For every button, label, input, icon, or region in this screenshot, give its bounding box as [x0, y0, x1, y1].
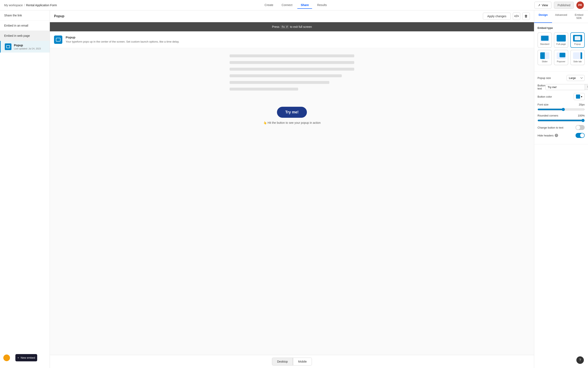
button-color-label: Button color — [538, 95, 552, 98]
hide-headers-help-icon[interactable]: ? — [555, 134, 558, 137]
device-toggle: Desktop Mobile — [50, 355, 534, 368]
apply-changes-button[interactable]: Apply changes — [483, 13, 511, 20]
tab-create[interactable]: Create — [261, 2, 277, 9]
embed-option-popup[interactable]: Popup — [570, 32, 585, 48]
font-size-section: Font size 20px — [538, 103, 585, 111]
code-button[interactable]: </> — [513, 12, 520, 20]
desktop-button[interactable]: Desktop — [272, 358, 293, 366]
breadcrumb: My workspace / Rental Application Form — [4, 4, 57, 7]
right-panel: Design Advanced Embed SDK Embed type Sta… — [534, 10, 588, 368]
sidebar: Share the link Embed in an email Embed i… — [0, 10, 50, 368]
embed-type-title: Popup — [66, 36, 179, 39]
popup-size-label: Popup size — [538, 76, 551, 80]
embed-option-slider[interactable]: Slider — [538, 50, 552, 65]
popup-subtitle: Last updated: Jul 24, 2023 — [14, 47, 46, 50]
panel-tabs: Design Advanced Embed SDK — [534, 10, 588, 23]
embed-type-section-title: Embed type — [538, 26, 585, 29]
nav-right: ↗ View Published PR — [534, 1, 584, 9]
controls-section: Popup size Large Medium Small Button tex… — [534, 72, 588, 144]
button-text-input[interactable] — [545, 84, 585, 90]
tab-results[interactable]: Results — [314, 2, 330, 9]
question-icon: ? — [579, 358, 581, 362]
popup-size-row: Popup size Large Medium Small — [538, 75, 585, 81]
new-embed-button[interactable]: + New embed — [15, 354, 37, 361]
form-name[interactable]: Rental Application Form — [26, 4, 57, 7]
tab-connect[interactable]: Connect — [278, 2, 296, 9]
breadcrumb-separator: / — [24, 4, 25, 7]
delete-button[interactable]: 🗑 — [522, 12, 530, 20]
new-embed-label: New embed — [21, 356, 35, 359]
hide-headers-toggle[interactable] — [576, 133, 585, 138]
banner-text-after: to exit full screen — [290, 25, 312, 28]
code-icon: </> — [514, 14, 519, 18]
plus-icon: + — [18, 356, 19, 359]
change-button-row: Change button to text — [538, 125, 585, 130]
button-text-label: Button text — [538, 84, 545, 90]
view-button[interactable]: ↗ View — [534, 2, 551, 9]
workspace-link[interactable]: My workspace — [4, 4, 23, 7]
published-button[interactable]: Published — [554, 2, 574, 9]
chevron-down-icon: ▾ — [581, 95, 582, 98]
font-size-slider[interactable] — [538, 108, 585, 111]
preview-line-5 — [230, 81, 329, 84]
change-button-label: Change button to text — [538, 126, 563, 129]
preview-hint: 👆 Hit the button to see your popup in ac… — [263, 121, 321, 124]
toolbar-title: Popup — [54, 14, 65, 18]
embed-type-header: Popup Your typeform pops up in the cente… — [50, 31, 534, 48]
embed-content: Press fn F to exit full screen Popup You… — [50, 22, 534, 368]
yellow-circle — [3, 355, 10, 361]
preview-line-4 — [230, 74, 342, 77]
embed-option-popover[interactable]: Popover — [554, 50, 568, 65]
sidebar-item-embed-email[interactable]: Embed in an email — [0, 20, 50, 31]
mobile-button[interactable]: Mobile — [293, 358, 312, 366]
toggle-knob — [576, 125, 580, 129]
change-button-toggle[interactable] — [576, 125, 585, 130]
button-color-picker[interactable]: ▾ — [574, 93, 585, 100]
keyboard-shortcut: fn F — [280, 25, 289, 29]
color-swatch — [576, 94, 580, 99]
sidebar-item-embed-web[interactable]: Embed in web page — [0, 31, 50, 41]
embed-option-popup-label: Popup — [574, 43, 581, 45]
button-color-row: Button color ▾ — [538, 93, 585, 100]
embed-type-preview-icon — [54, 36, 62, 44]
rounded-corners-section: Rounded corners 100% — [538, 114, 585, 122]
banner-text-before: Press — [272, 25, 280, 28]
embed-toolbar: Popup Apply changes </> 🗑 — [50, 10, 534, 22]
view-label: View — [542, 4, 548, 7]
top-nav: My workspace / Rental Application Form C… — [0, 0, 588, 10]
embed-option-fullpage-label: Full-page — [556, 43, 566, 45]
sidebar-bottom: + New embed — [0, 348, 50, 368]
help-button[interactable]: ? — [576, 356, 584, 364]
preview-area: Try me! 👆 Hit the button to see your pop… — [50, 48, 534, 355]
button-text-row: Button text 7 / 24 — [538, 84, 585, 90]
hide-headers-label: Hide headers — [538, 134, 553, 137]
popup-embed-icon — [5, 43, 11, 50]
rounded-corners-slider[interactable] — [538, 119, 585, 122]
embed-option-fullpage[interactable]: Full-page — [554, 32, 568, 48]
preview-line-6 — [230, 88, 298, 91]
hide-headers-row: Hide headers ? — [538, 133, 585, 138]
tab-embed-sdk[interactable]: Embed SDK — [570, 10, 588, 23]
sidebar-item-share-link[interactable]: Share the link — [0, 10, 50, 20]
toggle-knob-2 — [580, 133, 584, 138]
embed-type-section: Embed type Standard Full-page — [534, 23, 588, 72]
sidebar-popup-item[interactable]: Popup Last updated: Jul 24, 2023 — [0, 41, 50, 53]
char-count: 7 / 24 — [585, 84, 588, 90]
font-size-value: 20px — [579, 103, 585, 106]
nav-tabs: Create Connect Share Results — [261, 2, 330, 9]
rounded-corners-value: 100% — [578, 114, 585, 117]
center-panel: Popup Apply changes </> 🗑 Press fn F to … — [50, 10, 534, 368]
embed-option-sidetab[interactable]: Side tab — [570, 50, 585, 65]
rounded-corners-label: Rounded corners — [538, 114, 558, 117]
embed-types-grid: Standard Full-page Popup — [538, 32, 585, 65]
user-avatar[interactable]: PR — [576, 1, 584, 9]
tab-design[interactable]: Design — [534, 10, 552, 23]
tab-share[interactable]: Share — [297, 2, 312, 9]
tab-advanced[interactable]: Advanced — [552, 10, 570, 23]
try-me-button[interactable]: Try me! — [277, 107, 307, 118]
fullscreen-banner: Press fn F to exit full screen — [50, 22, 534, 31]
popup-size-select[interactable]: Large Medium Small — [567, 75, 585, 81]
preview-line-2 — [230, 61, 354, 64]
embed-option-standard[interactable]: Standard — [538, 32, 552, 48]
preview-line-3 — [230, 68, 354, 71]
